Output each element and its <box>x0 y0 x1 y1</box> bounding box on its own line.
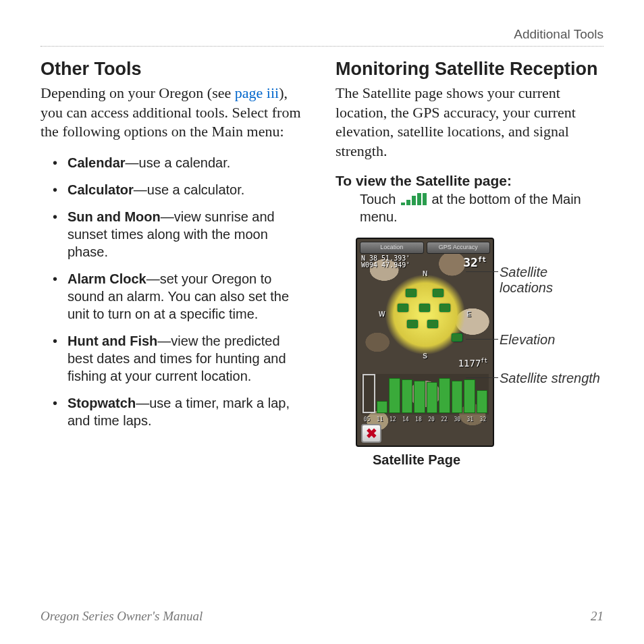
accuracy-readout: 32ft <box>463 255 486 269</box>
sat-bar <box>389 378 400 413</box>
sat-bar-labels: 05111214182022303132 <box>361 417 489 423</box>
sat-marker <box>433 289 444 297</box>
sat-bar <box>363 374 375 413</box>
tool-name: Calculator <box>68 182 134 197</box>
intro-pre: Depending on your Oregon (see <box>41 84 235 101</box>
close-icon: ✖ <box>366 427 377 440</box>
sat-body: The Satellite page shows your current lo… <box>336 84 603 161</box>
instruction-body: Touch at the bottom of the Main menu. <box>336 190 603 225</box>
sat-bar <box>464 379 475 413</box>
tool-calendar: Calendar—use a calendar. <box>68 154 308 171</box>
figure-caption: Satellite Page <box>336 452 603 468</box>
compass-e: E <box>466 311 471 318</box>
signal-bars-icon <box>401 193 427 205</box>
left-column: Other Tools Depending on your Oregon (se… <box>41 59 308 601</box>
tool-desc: —use a calculator. <box>134 182 245 197</box>
close-button[interactable]: ✖ <box>361 424 381 443</box>
sat-bar <box>414 381 425 413</box>
other-tools-intro: Depending on your Oregon (see page iii),… <box>41 84 308 142</box>
gps-accuracy-tab: GPS Accuracy <box>427 242 491 254</box>
sat-marker <box>427 320 438 328</box>
tool-name: Hunt and Fish <box>68 333 157 348</box>
instr-pre: Touch <box>360 192 400 207</box>
manual-title: Oregon Series Owner's Manual <box>41 609 203 624</box>
page-footer: Oregon Series Owner's Manual 21 <box>41 601 603 624</box>
lon: W094 47.949' <box>361 262 410 269</box>
satellite-page-figure: Location GPS Accuracy N 38 51.393' W094 … <box>356 238 494 447</box>
tool-name: Calendar <box>68 155 126 170</box>
sky-view-circle <box>385 274 466 355</box>
tool-hunt-fish: Hunt and Fish—view the predicted best da… <box>68 332 308 385</box>
sat-bar <box>377 401 388 413</box>
sat-marker <box>439 304 450 312</box>
sat-bar <box>439 378 450 413</box>
sat-bar <box>402 379 413 413</box>
sat-marker <box>419 304 430 312</box>
section-header: Additional Tools <box>41 27 603 47</box>
instruction-heading: To view the Satellite page: <box>336 173 603 189</box>
figure-annotations: Satellite locations Elevation Satellite … <box>500 238 603 386</box>
other-tools-heading: Other Tools <box>41 59 308 80</box>
location-tab: Location <box>360 242 424 254</box>
tool-name: Sun and Moon <box>68 209 161 224</box>
sat-marker <box>398 304 408 312</box>
page-iii-link[interactable]: page iii <box>235 84 279 101</box>
sat-bar <box>427 382 438 413</box>
annot-sat-strength: Satellite strength <box>500 371 603 386</box>
sat-bar <box>452 381 463 413</box>
tool-alarm: Alarm Clock—set your Oregon to sound an … <box>68 270 308 323</box>
tool-calculator: Calculator—use a calculator. <box>68 181 308 198</box>
tool-stopwatch: Stopwatch—use a timer, mark a lap, and t… <box>68 394 308 429</box>
right-column: Monitoring Satellite Reception The Satel… <box>336 59 603 601</box>
signal-strength-bars <box>361 374 489 414</box>
tool-name: Stopwatch <box>68 396 136 410</box>
tool-name: Alarm Clock <box>68 271 146 286</box>
sat-marker <box>452 333 462 342</box>
sat-marker <box>407 320 418 328</box>
annot-sat-locations: Satellite locations <box>500 265 603 296</box>
coordinates-readout: N 38 51.393' W094 47.949' <box>361 255 410 269</box>
annot-elevation: Elevation <box>500 332 603 348</box>
page-number: 21 <box>591 609 603 624</box>
tools-list: Calendar—use a calendar. Calculator—use … <box>41 154 308 429</box>
tool-sun-moon: Sun and Moon—view sunrise and sunset tim… <box>68 208 308 261</box>
sat-heading: Monitoring Satellite Reception <box>336 59 603 80</box>
tool-desc: —use a calendar. <box>126 155 231 170</box>
sat-marker <box>406 289 417 297</box>
elevation-readout: 1177ft <box>458 358 487 369</box>
sat-bar <box>477 390 488 413</box>
